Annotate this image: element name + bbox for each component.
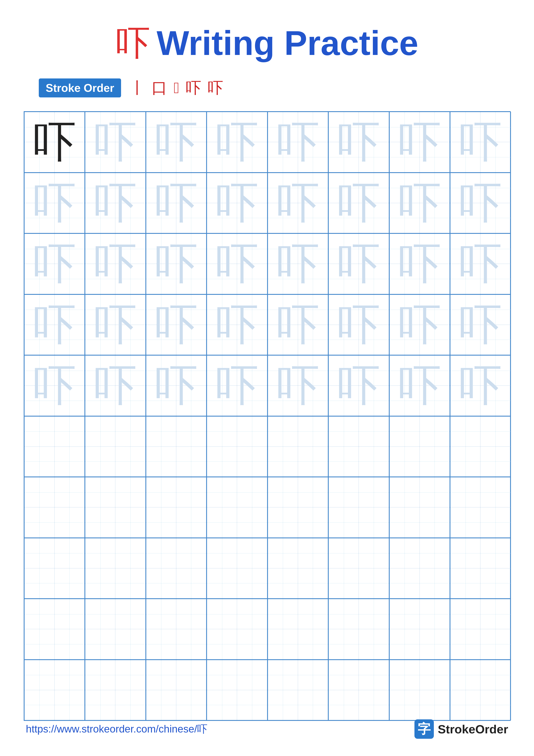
stroke-sequence: 丨 口 𠃊 吓 吓 xyxy=(130,78,223,98)
grid-cell[interactable] xyxy=(389,660,450,721)
grid-cell[interactable]: 吓 xyxy=(85,294,146,355)
grid-cell[interactable] xyxy=(85,599,146,660)
grid-cell[interactable] xyxy=(450,538,511,599)
grid-cell[interactable]: 吓 xyxy=(450,173,511,233)
grid-row xyxy=(24,538,510,599)
grid-cell[interactable] xyxy=(207,416,267,477)
grid-cell[interactable] xyxy=(389,477,450,538)
grid-cell[interactable] xyxy=(450,599,511,660)
grid-cell[interactable]: 吓 xyxy=(24,294,85,355)
grid-cell[interactable]: 吓 xyxy=(328,233,389,294)
practice-character: 吓 xyxy=(216,303,259,346)
grid-cell[interactable]: 吓 xyxy=(207,112,267,173)
grid-cell[interactable]: 吓 xyxy=(146,173,207,233)
grid-cell[interactable] xyxy=(207,660,267,721)
practice-character: 吓 xyxy=(155,303,198,346)
grid-cell[interactable] xyxy=(267,477,328,538)
grid-cell[interactable] xyxy=(24,660,85,721)
grid-cell[interactable]: 吓 xyxy=(207,233,267,294)
grid-cell[interactable]: 吓 xyxy=(267,233,328,294)
grid-cell[interactable] xyxy=(328,416,389,477)
grid-cell[interactable] xyxy=(389,599,450,660)
stroke-order-area: Stroke Order 丨 口 𠃊 吓 吓 xyxy=(39,78,223,98)
grid-cell[interactable]: 吓 xyxy=(207,355,267,416)
title-area: 吓 Writing Practice xyxy=(116,26,418,60)
grid-cell[interactable]: 吓 xyxy=(146,355,207,416)
grid-cell[interactable] xyxy=(146,660,207,721)
grid-cell[interactable] xyxy=(85,660,146,721)
grid-cell[interactable]: 吓 xyxy=(389,294,450,355)
grid-cell[interactable]: 吓 xyxy=(267,173,328,233)
grid-cell[interactable] xyxy=(389,416,450,477)
grid-cell[interactable] xyxy=(207,477,267,538)
practice-character: 吓 xyxy=(33,364,76,407)
grid-cell[interactable]: 吓 xyxy=(389,112,450,173)
grid-cell[interactable]: 吓 xyxy=(85,233,146,294)
grid-cell[interactable] xyxy=(267,660,328,721)
grid-cell[interactable]: 吓 xyxy=(85,112,146,173)
practice-character: 吓 xyxy=(398,181,441,225)
grid-cell[interactable] xyxy=(85,538,146,599)
grid-row xyxy=(24,477,510,538)
grid-cell[interactable]: 吓 xyxy=(24,355,85,416)
grid-cell[interactable] xyxy=(146,416,207,477)
grid-cell[interactable] xyxy=(450,477,511,538)
grid-cell[interactable]: 吓 xyxy=(267,112,328,173)
grid-cell[interactable] xyxy=(267,538,328,599)
practice-character: 吓 xyxy=(216,181,259,225)
grid-cell[interactable] xyxy=(146,477,207,538)
grid-cell[interactable]: 吓 xyxy=(328,355,389,416)
grid-cell[interactable] xyxy=(146,599,207,660)
grid-cell[interactable]: 吓 xyxy=(389,355,450,416)
grid-cell[interactable] xyxy=(24,477,85,538)
grid-cell[interactable]: 吓 xyxy=(450,294,511,355)
grid-cell[interactable] xyxy=(146,538,207,599)
grid-cell[interactable] xyxy=(267,599,328,660)
brand-name: StrokeOrder xyxy=(438,722,508,736)
grid-cell[interactable] xyxy=(85,416,146,477)
grid-cell[interactable]: 吓 xyxy=(328,112,389,173)
grid-cell[interactable]: 吓 xyxy=(146,233,207,294)
grid-cell[interactable] xyxy=(328,538,389,599)
grid-cell[interactable]: 吓 xyxy=(389,233,450,294)
grid-cell[interactable]: 吓 xyxy=(146,294,207,355)
grid-cell[interactable]: 吓 xyxy=(207,173,267,233)
stroke-step-2: 口 xyxy=(152,78,167,98)
grid-cell[interactable] xyxy=(450,660,511,721)
practice-character: 吓 xyxy=(398,364,441,407)
grid-cell[interactable] xyxy=(24,599,85,660)
grid-cell[interactable]: 吓 xyxy=(328,294,389,355)
practice-character: 吓 xyxy=(155,121,198,164)
grid-cell[interactable] xyxy=(450,416,511,477)
page-container: 吓 Writing Practice Stroke Order 丨 口 𠃊 吓 … xyxy=(0,0,534,756)
writing-grid: 吓吓吓吓吓吓吓吓吓吓吓吓吓吓吓吓吓吓吓吓吓吓吓吓吓吓吓吓吓吓吓吓吓吓吓吓吓吓吓吓 xyxy=(24,111,511,721)
grid-cell[interactable]: 吓 xyxy=(328,173,389,233)
grid-cell[interactable] xyxy=(267,416,328,477)
grid-cell[interactable]: 吓 xyxy=(267,294,328,355)
stroke-step-3: 𠃊 xyxy=(174,79,179,97)
grid-cell[interactable]: 吓 xyxy=(267,355,328,416)
grid-cell[interactable] xyxy=(207,538,267,599)
grid-cell[interactable]: 吓 xyxy=(450,233,511,294)
grid-cell[interactable]: 吓 xyxy=(85,355,146,416)
grid-cell[interactable] xyxy=(328,599,389,660)
grid-cell[interactable] xyxy=(207,599,267,660)
stroke-step-4: 吓 xyxy=(186,78,201,98)
grid-cell[interactable] xyxy=(85,477,146,538)
grid-cell[interactable] xyxy=(24,538,85,599)
grid-cell[interactable]: 吓 xyxy=(450,355,511,416)
grid-cell[interactable]: 吓 xyxy=(24,112,85,173)
practice-character: 吓 xyxy=(337,121,380,164)
grid-cell[interactable]: 吓 xyxy=(85,173,146,233)
grid-cell[interactable]: 吓 xyxy=(207,294,267,355)
grid-cell[interactable]: 吓 xyxy=(24,173,85,233)
grid-cell[interactable] xyxy=(328,477,389,538)
grid-cell[interactable] xyxy=(389,538,450,599)
grid-cell[interactable] xyxy=(328,660,389,721)
grid-cell[interactable]: 吓 xyxy=(24,233,85,294)
grid-cell[interactable]: 吓 xyxy=(450,112,511,173)
footer: https://www.strokeorder.com/chinese/吓 字 … xyxy=(26,719,508,739)
grid-cell[interactable]: 吓 xyxy=(146,112,207,173)
grid-cell[interactable] xyxy=(24,416,85,477)
grid-cell[interactable]: 吓 xyxy=(389,173,450,233)
